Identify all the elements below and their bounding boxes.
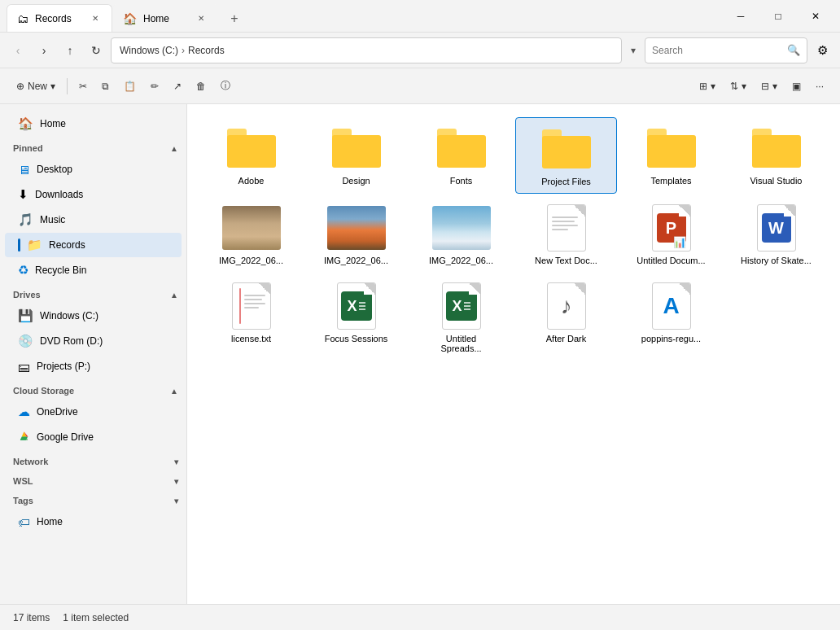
file-item-img2[interactable]: IMG_2022_06... [305,197,407,272]
share-icon: ↗ [173,81,182,92]
sidebar-section-network[interactable]: Network ▾ [0,450,186,470]
back-button[interactable]: ‹ [7,39,29,62]
close-button[interactable]: ✕ [798,3,833,29]
folder-icon-fonts [432,124,491,173]
file-item-fonts[interactable]: Fonts [410,117,512,194]
sidebar-section-wsl[interactable]: WSL ▾ [0,470,186,489]
new-button[interactable]: ⊕ New ▾ [10,74,62,98]
search-box[interactable]: 🔍 [645,37,807,63]
sidebar-section-cloudstorage[interactable]: Cloud Storage ▲ [0,379,186,399]
wsl-chevron: ▾ [174,477,178,486]
info-button[interactable]: ⓘ [214,74,237,98]
sidebar-item-onedrive[interactable]: ☁ OneDrive [5,400,182,424]
delete-icon: 🗑 [196,81,206,92]
tab-records-label: Records [35,13,72,24]
tab-records-close[interactable]: ✕ [89,12,102,25]
folder-icon-adobe [222,124,281,173]
file-item-visualstudio[interactable]: Visual Studio [725,117,827,194]
tab-home[interactable]: 🏠 Home ✕ [112,4,218,32]
file-item-pptx[interactable]: P 📊 Untitled Docum... [620,197,722,272]
sidebar-item-windowsc[interactable]: 💾 Windows (C:) [5,304,182,328]
rename-button[interactable]: ✏ [144,74,165,98]
sidebar-item-home[interactable]: 🏠 Home [5,112,182,136]
view-button[interactable]: ⊞ ▾ [693,74,722,98]
sidebar-home-label: Home [40,118,173,129]
spreadsheet-file-icon: X [432,282,491,330]
tab-records[interactable]: 🗂 Records ✕ [7,4,112,32]
tab-home-close[interactable]: ✕ [195,12,208,25]
sort-button[interactable]: ⇅ ▾ [724,74,753,98]
file-label-visualstudio: Visual Studio [750,176,802,186]
maximize-button[interactable]: □ [760,3,796,29]
file-content: Adobe Design [187,104,840,604]
search-icon[interactable]: 🔍 [787,44,800,56]
main-layout: 🏠 Home Pinned ▲ 🖥 Desktop 📌 ⬇ Downloads … [0,104,840,604]
sidebar-item-googledrive[interactable]: Google Drive [5,425,182,449]
pinned-label: Pinned [13,143,43,153]
file-item-templates[interactable]: Templates [620,117,722,194]
sidebar-item-desktop[interactable]: 🖥 Desktop 📌 [5,157,182,182]
file-item-design[interactable]: Design [305,117,407,194]
tab-home-label: Home [143,13,169,24]
cloudstorage-chevron: ▲ [170,387,178,396]
file-item-license[interactable]: license.txt [200,275,302,360]
add-tab-button[interactable]: + [221,6,247,32]
sidebar-item-records[interactable]: 📁 Records 📌 [5,233,182,257]
paste-button[interactable]: 📋 [117,74,142,98]
music-file-icon: ♪ [537,282,596,330]
minimize-button[interactable]: ─ [723,3,759,29]
sidebar-item-recyclebin[interactable]: ♻ Recycle Bin 📌 [5,258,182,282]
settings-button[interactable]: ⚙ [811,39,833,62]
wsl-label: WSL [13,476,33,486]
file-item-focussessions[interactable]: X Focus Sessions [305,275,407,360]
sidebar-item-dvdrom[interactable]: 💿 DVD Rom (D:) [5,329,182,353]
share-button[interactable]: ↗ [167,74,188,98]
windowsc-icon: 💾 [18,308,33,323]
file-item-textdoc[interactable]: New Text Doc... [515,197,617,272]
sidebar-section-pinned[interactable]: Pinned ▲ [0,137,186,156]
file-item-font[interactable]: A poppins-regu... [620,275,722,360]
file-item-music[interactable]: ♪ After Dark [515,275,617,360]
address-dropdown[interactable]: ▾ [625,37,641,63]
file-item-spreadsheet[interactable]: X Untitled Spreads... [410,275,512,360]
docx-file-icon: W [747,203,806,252]
forward-button[interactable]: › [33,39,55,62]
sidebar-item-hometag[interactable]: 🏷 Home [5,510,182,534]
address-path[interactable]: Windows (C:) › Records [111,37,622,63]
file-label-license: license.txt [231,334,271,343]
more-button[interactable]: ··· [809,74,830,98]
folder-icon-visualstudio [747,124,806,173]
sidebar-section-drives[interactable]: Drives ▲ [0,283,186,303]
folder-icon-design [327,124,386,173]
status-count: 17 items [13,612,50,623]
cloudstorage-label: Cloud Storage [13,386,74,396]
copy-button[interactable]: ⧉ [95,74,116,98]
search-input[interactable] [652,45,782,56]
info-icon: ⓘ [221,79,230,93]
sidebar-googledrive-label: Google Drive [37,431,173,443]
refresh-button[interactable]: ↻ [85,39,107,62]
file-item-img1[interactable]: IMG_2022_06... [200,197,302,272]
file-label-img3: IMG_2022_06... [429,256,493,265]
file-label-focussessions: Focus Sessions [325,334,388,343]
copy-icon: ⧉ [102,81,109,92]
sidebar-item-downloads[interactable]: ⬇ Downloads 📌 [5,182,182,207]
titlebar: 🗂 Records ✕ 🏠 Home ✕ + ─ □ ✕ [0,0,840,33]
folder-icon-templates [642,124,701,173]
sidebar-windowsc-label: Windows (C:) [40,310,173,322]
file-label-adobe: Adobe [238,176,265,186]
cut-button[interactable]: ✂ [72,74,94,98]
sidebar-section-tags[interactable]: Tags ▾ [0,489,186,509]
sidebar-item-music[interactable]: 🎵 Music 📌 [5,208,182,232]
sidebar-item-projects[interactable]: 🖴 Projects (P:) [5,354,182,378]
license-file-icon [222,282,281,330]
view-icon: ⊞ [699,81,707,92]
pane-button[interactable]: ▣ [785,74,807,98]
delete-button[interactable]: 🗑 [190,74,212,98]
group-button[interactable]: ⊟ ▾ [755,74,784,98]
file-item-docx[interactable]: W History of Skate... [725,197,827,272]
file-item-img3[interactable]: IMG_2022_06... [410,197,512,272]
file-item-adobe[interactable]: Adobe [200,117,302,194]
up-button[interactable]: ↑ [59,39,81,62]
file-item-projectfiles[interactable]: Project Files [515,117,617,194]
